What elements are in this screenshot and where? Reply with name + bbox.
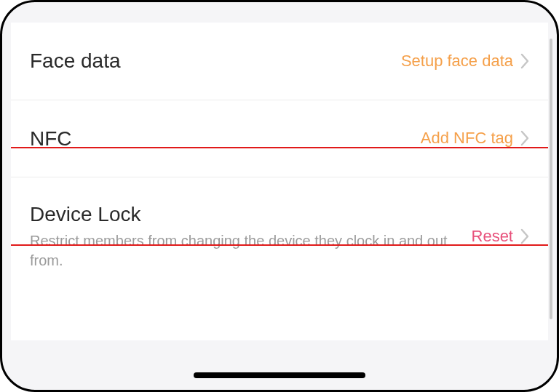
chevron-right-icon	[520, 228, 529, 244]
face-data-title: Face data	[30, 49, 386, 73]
scrollbar[interactable]	[550, 39, 552, 319]
face-data-action-label: Setup face data	[401, 52, 513, 71]
row-left: Face data	[30, 49, 401, 73]
row-left: NFC	[30, 127, 421, 151]
settings-list: Face data Setup face data NFC	[11, 23, 548, 285]
chevron-right-icon	[520, 130, 529, 146]
nfc-action-label: Add NFC tag	[421, 129, 513, 148]
settings-row-device-lock[interactable]: Device Lock Restrict members from changi…	[11, 177, 548, 285]
row-left: Device Lock Restrict members from changi…	[30, 202, 472, 271]
home-indicator[interactable]	[194, 372, 365, 378]
nfc-title: NFC	[30, 127, 406, 151]
device-frame: Face data Setup face data NFC	[0, 0, 559, 392]
settings-row-face-data[interactable]: Face data Setup face data	[11, 23, 548, 100]
chevron-right-icon	[520, 53, 529, 69]
device-lock-title: Device Lock	[30, 202, 457, 227]
device-lock-action[interactable]: Reset	[472, 227, 529, 246]
face-data-action[interactable]: Setup face data	[401, 52, 529, 71]
settings-content: Face data Setup face data NFC	[11, 23, 548, 340]
device-lock-subtitle: Restrict members from changing the devic…	[30, 231, 457, 271]
settings-row-nfc[interactable]: NFC Add NFC tag	[11, 100, 548, 177]
nfc-action[interactable]: Add NFC tag	[421, 129, 529, 148]
device-lock-action-label: Reset	[472, 227, 513, 246]
